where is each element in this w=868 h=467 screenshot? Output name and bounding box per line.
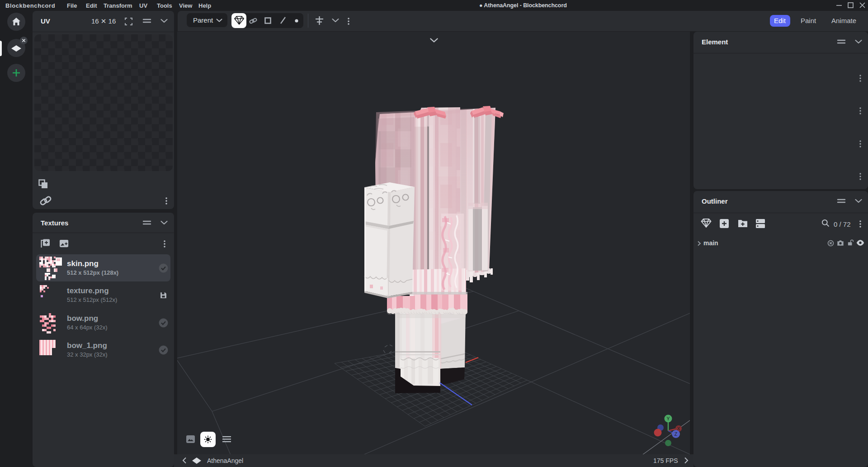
svg-text:Z: Z (675, 431, 678, 437)
svg-text:Y: Y (666, 416, 670, 421)
